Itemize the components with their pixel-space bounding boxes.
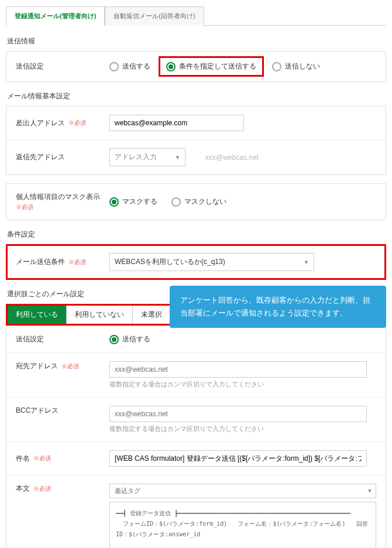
radio-send-none[interactable]: 送信しない	[272, 61, 320, 71]
required-cond: ※必須	[68, 258, 86, 266]
label-send2: 送信設定	[16, 334, 109, 344]
select-insert-tag[interactable]: 差込タグ ▼	[109, 484, 376, 498]
radio-send-cond[interactable]: 条件を指定して送信する	[166, 61, 256, 71]
label-body: 本文	[16, 484, 30, 494]
chevron-down-icon: ▼	[175, 155, 180, 160]
section-cond: 条件設定	[7, 230, 386, 239]
sub-tab-not-using[interactable]: 利用していない	[67, 306, 133, 324]
label-reply: 返信先アドレス	[16, 152, 109, 162]
radio-cond-label: 条件を指定して送信する	[179, 61, 256, 71]
highlight-sub-tabs: 利用している 利用していない 未選択	[6, 304, 172, 326]
help-to: 複数指定する場合はカンマ区切りで入力してください	[109, 380, 376, 389]
required-subject: ※必須	[33, 454, 51, 463]
label-mask: 個人情報項目のマスク表示	[16, 192, 109, 202]
insert-tag-label: 差込タグ	[115, 487, 140, 495]
section-mail-basic: メール情報基本設定	[7, 91, 386, 101]
radio-mask-yes[interactable]: マスクする	[109, 197, 157, 207]
main-tabs: 登録通知メール(管理者向け) 自動返信メール(回答者向け)	[6, 6, 386, 26]
section-send-info: 送信情報	[7, 36, 386, 46]
panel-choice-mail: 送信設定 送信する 宛先アドレス ※必須 複数指定する場合はカンマ区切りで入力し…	[6, 326, 386, 548]
radio-icon	[171, 197, 181, 207]
select-cond-value: WEBCASを利用しているか(c_q13)	[115, 257, 225, 267]
radio-send-label: 送信する	[122, 61, 150, 71]
required-sender: ※必須	[68, 119, 86, 127]
label-bcc: BCCアドレス	[16, 406, 109, 416]
label-subject: 件名	[16, 454, 30, 464]
tab-admin-mail[interactable]: 登録通知メール(管理者向け)	[6, 6, 105, 26]
required-to: ※必須	[61, 362, 79, 371]
highlight-send-cond: 条件を指定して送信する	[159, 56, 264, 77]
label-send-setting: 送信設定	[16, 61, 109, 71]
required-mask: ※必須	[16, 203, 109, 211]
help-bcc: 複数指定する場合はカンマ区切りで入力してください	[109, 424, 376, 433]
label-sender: 差出人アドレス	[16, 118, 65, 128]
required-body: ※必須	[33, 485, 51, 493]
sub-tab-unselected[interactable]: 未選択	[133, 306, 170, 324]
radio-none-label: 送信しない	[285, 61, 320, 71]
input-sender[interactable]	[109, 115, 244, 131]
tab-auto-reply[interactable]: 自動返信メール(回答者向け)	[105, 6, 204, 26]
chevron-down-icon: ▼	[367, 488, 372, 494]
input-subject[interactable]	[109, 450, 367, 467]
input-to[interactable]	[109, 361, 367, 378]
select-reply-type[interactable]: アドレス入力 ▼	[109, 148, 185, 166]
highlight-cond: メール送信条件 ※必須 WEBCASを利用しているか(c_q13) ▼	[6, 244, 386, 280]
label-to: 宛先アドレス	[16, 361, 58, 371]
radio-send2-label: 送信する	[122, 334, 150, 344]
select-cond[interactable]: WEBCASを利用しているか(c_q13) ▼	[109, 253, 314, 271]
label-cond: メール送信条件	[16, 257, 65, 267]
radio-mask-no[interactable]: マスクしない	[171, 197, 226, 207]
input-bcc[interactable]	[109, 406, 367, 422]
panel-mask: 個人情報項目のマスク表示 ※必須 マスクする マスクしない	[6, 183, 386, 220]
radio-icon	[109, 197, 119, 207]
radio-send2[interactable]: 送信する	[109, 334, 150, 344]
radio-icon	[109, 335, 119, 344]
sub-tab-using[interactable]: 利用している	[8, 306, 67, 324]
panel-mail-basic: 差出人アドレス ※必須 返信先アドレス アドレス入力 ▼ xxx@webcas.…	[6, 106, 386, 175]
select-reply-value: アドレス入力	[115, 152, 157, 162]
panel-send-info: 送信設定 送信する 条件を指定して送信する 送信しない	[6, 51, 386, 82]
radio-icon	[272, 62, 281, 71]
radio-icon	[109, 62, 119, 71]
radio-send[interactable]: 送信する	[109, 61, 150, 71]
callout-tooltip: アンケート回答から、既存顧客からの入力だと判断。担当部署にメールで通知されるよう…	[170, 286, 386, 328]
chevron-down-icon: ▼	[304, 259, 309, 265]
reply-placeholder: xxx@webcas.net	[205, 153, 259, 162]
radio-icon	[166, 62, 176, 71]
radio-mask-no-label: マスクしない	[184, 197, 226, 207]
radio-mask-yes-label: マスクする	[122, 197, 157, 207]
textarea-body[interactable]: ━━┫ 登録データ送信 ┣━━━━━━━━━━━━━━━━━━━━━━━━━━━…	[109, 502, 376, 548]
